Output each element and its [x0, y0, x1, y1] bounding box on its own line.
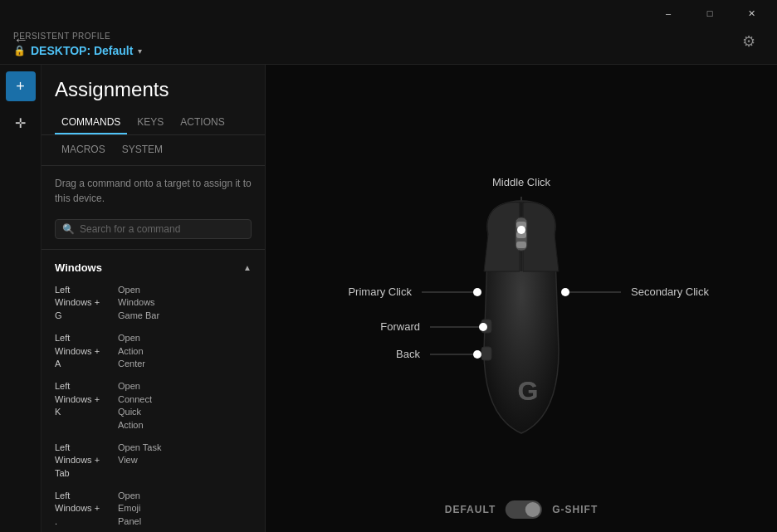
list-item[interactable]: Left Windows + K Open Connect Quick Acti…	[42, 375, 265, 437]
toggle-thumb	[525, 502, 540, 517]
label-primary-click: Primary Click	[348, 286, 412, 298]
move-icon: ✛	[15, 115, 26, 131]
profile-label: PERSISTENT PROFILE	[13, 32, 764, 41]
titlebar: – □ ✕	[0, 0, 777, 27]
svg-text:G: G	[518, 376, 539, 406]
back-button[interactable]: ←	[13, 32, 28, 49]
tab-row-1: COMMANDS KEYS ACTIONS	[42, 111, 265, 135]
cmd-desc: Open Emoji Panel	[118, 490, 141, 528]
tab-keys[interactable]: KEYS	[130, 111, 170, 134]
gshift-toggle[interactable]	[506, 500, 542, 519]
cmd-desc: Open Action Center	[118, 332, 145, 370]
svg-point-18	[473, 350, 481, 359]
search-wrap[interactable]: 🔍	[55, 219, 252, 239]
svg-rect-9	[516, 242, 526, 248]
label-forward: Forward	[380, 320, 420, 333]
cmd-desc: Open Connect Quick Action	[118, 380, 152, 432]
sidebar-add-button[interactable]: +	[6, 71, 36, 101]
mouse-svg: G G Middle Click Primary Click	[322, 118, 721, 483]
cmd-key: Left Windows + Tab	[55, 442, 113, 480]
tab-row-2: MACROS SYSTEM	[42, 135, 265, 166]
chevron-down-icon[interactable]: ▾	[138, 46, 142, 56]
list-item[interactable]: Left Windows + . Open Emoji Panel	[42, 485, 265, 532]
right-panel: G G Middle Click Primary Click	[266, 65, 777, 532]
svg-point-15	[473, 288, 481, 296]
window-controls: – □ ✕	[649, 0, 770, 27]
list-item[interactable]: Left Windows + Tab Open Task View	[42, 437, 265, 485]
svg-point-14	[517, 226, 525, 234]
label-middle-click: Middle Click	[492, 176, 551, 188]
minimize-button[interactable]: –	[649, 0, 687, 27]
bottom-toggle-bar: DEFAULT G-SHIFT	[445, 500, 598, 519]
settings-button[interactable]: ⚙	[734, 27, 764, 56]
list-item[interactable]: Left Windows + A Open Action Center	[42, 327, 265, 375]
profile-name[interactable]: DESKTOP: Default	[31, 44, 133, 57]
search-icon: 🔍	[62, 223, 75, 235]
sidebar-icons: + ✛	[0, 65, 42, 532]
cmd-desc: Open Task View	[118, 442, 161, 467]
mouse-diagram: G G Middle Click Primary Click	[322, 118, 721, 483]
page-title: Assignments	[42, 65, 265, 111]
profile-selector[interactable]: 🔒 DESKTOP: Default ▾	[13, 44, 764, 64]
svg-point-16	[561, 288, 569, 296]
tab-system[interactable]: SYSTEM	[115, 140, 169, 160]
label-secondary-click: Secondary Click	[631, 286, 709, 298]
header: PERSISTENT PROFILE 🔒 DESKTOP: Default ▾	[0, 27, 777, 65]
close-button[interactable]: ✕	[732, 0, 770, 27]
cmd-key: Left Windows + K	[55, 380, 113, 418]
toggle-default-label: DEFAULT	[445, 504, 496, 515]
tab-actions[interactable]: ACTIONS	[173, 111, 231, 134]
app-layout: + ✛ Assignments COMMANDS KEYS ACTIONS MA…	[0, 65, 777, 532]
toggle-gshift-label: G-SHIFT	[552, 504, 598, 515]
commands-list: Windows ▲ Left Windows + G Open Windows …	[42, 250, 265, 532]
svg-point-17	[479, 323, 487, 331]
collapse-icon[interactable]: ▲	[243, 263, 252, 272]
label-back: Back	[396, 348, 420, 360]
cmd-key: Left Windows + A	[55, 332, 113, 370]
tab-macros[interactable]: MACROS	[55, 140, 112, 160]
section-windows[interactable]: Windows ▲	[42, 256, 265, 279]
drag-hint: Drag a command onto a target to assign i…	[42, 166, 265, 216]
sidebar-move-button[interactable]: ✛	[6, 108, 36, 138]
cmd-key: Left Windows + G	[55, 284, 113, 322]
svg-rect-11	[481, 347, 491, 360]
left-panel: Assignments COMMANDS KEYS ACTIONS MACROS…	[42, 65, 266, 532]
list-item[interactable]: Left Windows + G Open Windows Game Bar	[42, 279, 265, 327]
add-icon: +	[16, 78, 25, 95]
cmd-desc: Open Windows Game Bar	[118, 284, 159, 322]
search-row: 🔍	[42, 216, 265, 250]
section-title-windows: Windows	[55, 261, 102, 274]
search-input[interactable]	[80, 223, 244, 235]
tab-commands[interactable]: COMMANDS	[55, 111, 127, 134]
cmd-key: Left Windows + .	[55, 490, 113, 528]
maximize-button[interactable]: □	[691, 0, 729, 27]
